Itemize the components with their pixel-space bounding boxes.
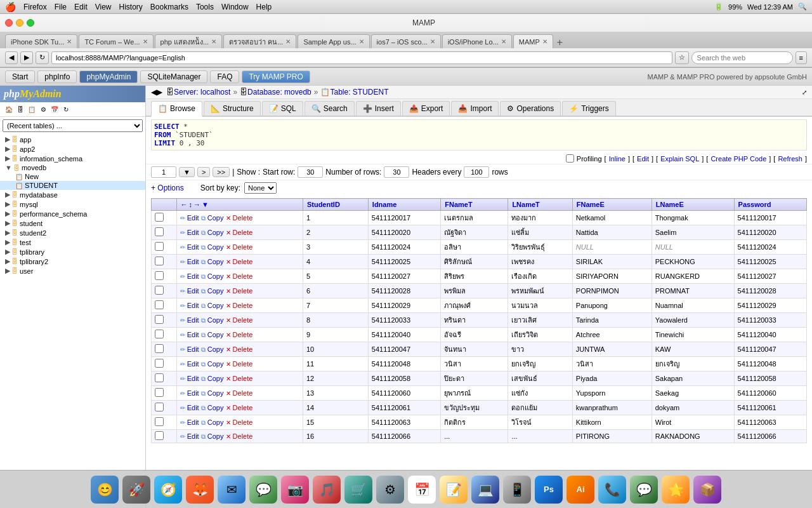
bc-database[interactable]: Database: movedb <box>247 88 311 97</box>
col-password[interactable]: Password <box>734 199 806 211</box>
db-performance[interactable]: ▶ 🗄 performance_schema <box>0 209 145 218</box>
delete-btn-5[interactable]: Delete <box>233 287 253 295</box>
row-checkbox-15[interactable] <box>152 430 177 443</box>
edit-link[interactable]: Edit <box>637 155 649 163</box>
copy-btn-7[interactable]: Copy <box>207 316 224 324</box>
proc-icon[interactable]: ⚙ <box>38 104 48 114</box>
delete-btn-10[interactable]: Delete <box>233 360 253 368</box>
row-checkbox-2[interactable] <box>152 240 177 255</box>
tab-1-close[interactable]: ✕ <box>67 38 72 45</box>
copy-btn-0[interactable]: Copy <box>207 214 224 222</box>
dock-notes[interactable]: 📝 <box>440 476 468 504</box>
copy-btn-11[interactable]: Copy <box>207 375 224 382</box>
edit-btn-9[interactable]: Edit <box>187 345 199 353</box>
tab-browse[interactable]: 📋 Browse <box>151 101 202 117</box>
row-checkbox-9[interactable] <box>152 342 177 357</box>
pma-tab-phpinfo[interactable]: phpInfo <box>37 70 77 83</box>
tab-mamp-close[interactable]: ✕ <box>542 38 547 45</box>
db-tplibrary[interactable]: ▶ 🗄 tplibrary <box>0 247 145 257</box>
tab-mamp[interactable]: MAMP ✕ <box>513 34 553 48</box>
tab-2[interactable]: TC Forum – We... ✕ <box>79 34 153 48</box>
copy-btn-2[interactable]: Copy <box>207 243 224 251</box>
headers-input[interactable] <box>464 166 489 178</box>
col-studentid[interactable]: StudentID <box>303 199 368 211</box>
recent-tables-select[interactable]: (Recent tables) ... <box>3 119 143 132</box>
options-link[interactable]: + Options <box>151 184 184 192</box>
db-student[interactable]: ▶ 🗄 student <box>0 218 145 228</box>
copy-btn-1[interactable]: Copy <box>207 229 224 236</box>
db-mysql[interactable]: ▶ 🗄 mysql <box>0 199 145 209</box>
menu-edit[interactable]: Edit <box>74 3 88 11</box>
copy-btn-8[interactable]: Copy <box>207 331 224 338</box>
dock-line[interactable]: 💬 <box>630 476 658 504</box>
row-checkbox-4[interactable] <box>152 269 177 284</box>
forward-button[interactable]: ▶ <box>20 51 33 64</box>
delete-btn-12[interactable]: Delete <box>233 389 253 397</box>
pma-tab-start[interactable]: Start <box>5 70 35 83</box>
db-tplibrary2[interactable]: ▶ 🗄 tplibrary2 <box>0 257 145 266</box>
start-row-input[interactable] <box>298 166 323 178</box>
tab-insert[interactable]: ➕ Insert <box>356 101 401 116</box>
delete-btn-13[interactable]: Delete <box>233 404 253 411</box>
bookmark-button[interactable]: ☆ <box>675 51 689 64</box>
row-checkbox-5[interactable] <box>152 284 177 298</box>
row-checkbox-13[interactable] <box>152 401 177 415</box>
row-checkbox-6[interactable] <box>152 298 177 313</box>
copy-btn-15[interactable]: Copy <box>207 432 224 440</box>
menu-button[interactable]: ≡ <box>796 51 807 64</box>
tab-3[interactable]: php แสดงหน้ัง... ✕ <box>155 34 223 48</box>
edit-btn-0[interactable]: Edit <box>187 214 199 222</box>
bc-server[interactable]: Server: localhost <box>174 88 230 97</box>
minimize-button[interactable] <box>16 19 23 27</box>
db-student2[interactable]: ▶ 🗄 student2 <box>0 228 145 237</box>
edit-btn-11[interactable]: Edit <box>187 375 199 382</box>
edit-btn-1[interactable]: Edit <box>187 229 199 236</box>
tab-export[interactable]: 📤 Export <box>402 101 450 116</box>
dock-appstore[interactable]: 🛒 <box>344 476 372 504</box>
edit-btn-3[interactable]: Edit <box>187 258 199 265</box>
dock-skype[interactable]: 📞 <box>598 476 626 504</box>
col-actions-dropdown[interactable]: ▼ <box>202 201 209 208</box>
dock-launchpad[interactable]: 🚀 <box>122 476 150 504</box>
delete-btn-1[interactable]: Delete <box>233 229 253 236</box>
db-info-schema[interactable]: ▶ 🗄 information_schema <box>0 154 145 163</box>
db-icon[interactable]: 🗄 <box>15 104 25 114</box>
menu-tools[interactable]: Tools <box>196 3 214 11</box>
col-fnamee[interactable]: FNameE <box>572 199 652 211</box>
delete-btn-0[interactable]: Delete <box>233 214 253 222</box>
edit-btn-4[interactable]: Edit <box>187 272 199 280</box>
db-test[interactable]: ▶ 🗄 test <box>0 237 145 247</box>
sort-select[interactable]: None <box>244 182 277 194</box>
row-checkbox-12[interactable] <box>152 386 177 401</box>
copy-btn-10[interactable]: Copy <box>207 360 224 368</box>
num-rows-input[interactable] <box>384 166 409 178</box>
last-page-btn[interactable]: >> <box>213 167 230 177</box>
dock-safari[interactable]: 🧭 <box>154 476 182 504</box>
copy-btn-6[interactable]: Copy <box>207 302 224 309</box>
tab-1[interactable]: iPhone SDK Tu... ✕ <box>5 34 77 48</box>
tab-3-close[interactable]: ✕ <box>211 38 216 45</box>
delete-btn-4[interactable]: Delete <box>233 272 253 280</box>
delete-btn-2[interactable]: Delete <box>233 243 253 251</box>
inline-link[interactable]: Inline <box>609 155 625 163</box>
home-icon[interactable]: 🏠 <box>4 104 14 114</box>
tab-triggers[interactable]: ⚡ Triggers <box>562 101 616 116</box>
refresh-icon[interactable]: ↻ <box>61 104 71 114</box>
profiling-checkbox[interactable] <box>566 154 574 163</box>
db-user[interactable]: ▶ 🗄 user <box>0 266 145 276</box>
menu-view[interactable]: View <box>95 3 112 11</box>
dock-itunes[interactable]: 🎵 <box>313 476 341 504</box>
copy-btn-4[interactable]: Copy <box>207 272 224 280</box>
expand-content[interactable]: ⤢ <box>802 89 807 96</box>
menu-window[interactable]: Window <box>221 3 249 11</box>
delete-btn-14[interactable]: Delete <box>233 418 253 426</box>
search-bar[interactable] <box>691 51 793 64</box>
new-tab-button[interactable]: + <box>557 37 563 48</box>
dock-photos[interactable]: 📷 <box>281 476 309 504</box>
close-button[interactable] <box>5 19 13 27</box>
tab-7-close[interactable]: ✕ <box>501 38 506 45</box>
db-app2[interactable]: ▶ 🗄 app2 <box>0 144 145 154</box>
tab-sql[interactable]: 📝 SQL <box>262 101 303 116</box>
col-lnamet[interactable]: LNameT <box>508 199 572 211</box>
edit-btn-12[interactable]: Edit <box>187 389 199 397</box>
